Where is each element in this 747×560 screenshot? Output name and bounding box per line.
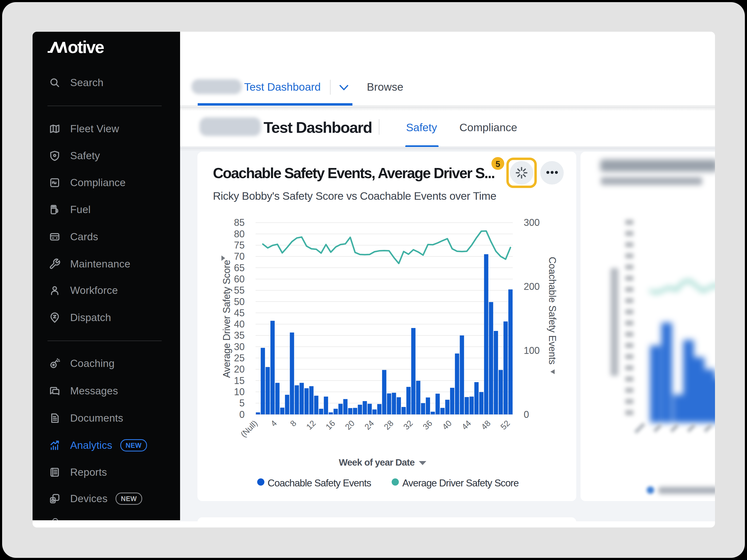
svg-text:55: 55 bbox=[234, 285, 244, 296]
svg-text:5: 5 bbox=[239, 398, 244, 408]
svg-text:44: 44 bbox=[460, 419, 473, 431]
svg-text:100: 100 bbox=[524, 345, 540, 356]
svg-text:(Null): (Null) bbox=[239, 419, 259, 439]
svg-text:50: 50 bbox=[234, 296, 244, 307]
svg-text:16: 16 bbox=[324, 419, 337, 431]
svg-text:65: 65 bbox=[234, 262, 244, 273]
svg-text:otive: otive bbox=[68, 37, 104, 55]
svg-text:30: 30 bbox=[234, 341, 244, 352]
svg-text:10: 10 bbox=[234, 386, 244, 397]
svg-text:24: 24 bbox=[363, 419, 376, 431]
svg-text:20: 20 bbox=[343, 419, 356, 431]
svg-text:0: 0 bbox=[239, 409, 244, 420]
svg-text:32: 32 bbox=[402, 419, 415, 431]
svg-text:4: 4 bbox=[269, 419, 279, 428]
svg-text:28: 28 bbox=[382, 419, 395, 431]
svg-text:60: 60 bbox=[234, 274, 244, 285]
svg-text:40: 40 bbox=[440, 419, 454, 431]
svg-text:36: 36 bbox=[421, 419, 434, 431]
svg-text:300: 300 bbox=[524, 217, 540, 228]
svg-text:12: 12 bbox=[304, 419, 317, 431]
svg-text:75: 75 bbox=[234, 240, 244, 251]
svg-text:25: 25 bbox=[234, 352, 244, 364]
svg-text:45: 45 bbox=[234, 308, 244, 318]
svg-text:8: 8 bbox=[288, 419, 298, 428]
svg-text:20: 20 bbox=[234, 364, 244, 375]
svg-text:Coachable Safety Events: Coachable Safety Events bbox=[547, 257, 558, 365]
svg-text:40: 40 bbox=[234, 319, 244, 329]
svg-text:85: 85 bbox=[234, 217, 244, 228]
svg-text:70: 70 bbox=[234, 251, 244, 262]
svg-text:15: 15 bbox=[234, 375, 244, 386]
svg-text:Average Driver Safety Score: Average Driver Safety Score bbox=[221, 260, 232, 378]
svg-text:52: 52 bbox=[499, 419, 512, 431]
svg-text:35: 35 bbox=[234, 330, 244, 341]
svg-text:0: 0 bbox=[524, 409, 529, 420]
svg-text:80: 80 bbox=[234, 229, 244, 239]
svg-text:200: 200 bbox=[524, 281, 540, 292]
svg-text:48: 48 bbox=[479, 419, 492, 431]
